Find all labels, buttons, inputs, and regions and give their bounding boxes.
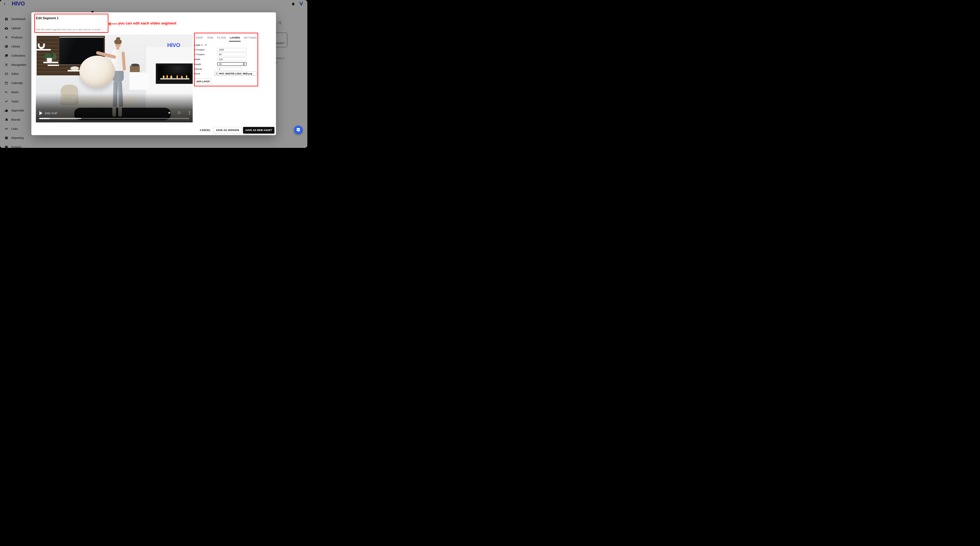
width-input[interactable] xyxy=(217,57,247,61)
scene-plant-pot xyxy=(47,58,52,62)
cancel-button[interactable]: CANCEL xyxy=(198,127,212,133)
scene-cabinet xyxy=(129,72,149,90)
chat-launcher-icon[interactable] xyxy=(294,125,302,134)
scene-pebbles xyxy=(160,78,189,79)
scene-wood-box xyxy=(130,66,140,72)
tab-crop[interactable]: CROP xyxy=(196,37,203,41)
tab-filter[interactable]: FILTER xyxy=(217,37,226,41)
save-as-version-button[interactable]: SAVE AS VERSION xyxy=(214,127,242,133)
video-watermark: HIVO xyxy=(167,42,180,49)
layer-name-label: Layer 1. xyxy=(194,44,203,46)
layer-close-icon[interactable]: ✕ xyxy=(205,43,207,46)
scene-person-hair-bun xyxy=(116,37,120,40)
x-position-input[interactable] xyxy=(217,48,247,51)
video-progress-bar[interactable] xyxy=(39,118,189,119)
tab-trim[interactable]: TRIM xyxy=(207,37,213,41)
field-label-opacity: Opacity xyxy=(194,68,202,70)
add-layer-button[interactable]: ADD LAYER xyxy=(194,78,212,84)
video-time: 0:02 / 0:37 xyxy=(45,112,57,115)
video-player[interactable]: HIVO 0:02 / 0:37 ⋮ xyxy=(36,35,192,122)
asset-chip[interactable]: V HIVO_MASTER LOGO_WEB.png xyxy=(215,72,257,76)
field-label-width: Width xyxy=(194,58,200,60)
opacity-input[interactable] xyxy=(217,67,242,71)
height-stepper[interactable] xyxy=(242,63,245,65)
tab-layers[interactable]: LAYERS xyxy=(230,37,240,41)
scene-firebox xyxy=(158,65,191,80)
asset-filename: HIVO_MASTER LOGO_WEB.png xyxy=(219,73,252,75)
scene-books xyxy=(140,68,145,72)
scene-shelf xyxy=(48,65,59,66)
editor-tabs: CROP TRIM FILTER LAYERS SETTINGS xyxy=(196,37,257,41)
play-button[interactable] xyxy=(40,111,42,115)
screenshot-stage: ‹ HIVO Dashboard Upload Products Library xyxy=(0,0,307,148)
modal-title: Edit Segment 1 xyxy=(36,16,59,20)
scene-coral xyxy=(70,67,79,70)
scene-exercise-ball xyxy=(80,56,115,87)
scene-sculpture xyxy=(131,63,139,67)
save-as-new-asset-button[interactable]: SAVE AS NEW ASSET xyxy=(243,127,274,133)
volume-icon[interactable] xyxy=(168,111,172,115)
scene-fireplace xyxy=(156,63,192,84)
scene-shelf xyxy=(36,49,51,51)
video-progress-played xyxy=(39,118,50,119)
tab-settings[interactable]: SETTINGS xyxy=(244,37,257,41)
hivo-asset-logo-icon: V xyxy=(215,72,218,75)
field-label-height: Height xyxy=(194,63,201,65)
fullscreen-icon[interactable] xyxy=(177,111,181,115)
y-position-input[interactable] xyxy=(217,53,247,56)
field-label-y-position: Y Position xyxy=(194,53,205,56)
modal-subtitle: Edit this video segment and save as a ne… xyxy=(36,28,101,31)
video-more-options-icon[interactable]: ⋮ xyxy=(188,111,191,115)
app-window: ‹ HIVO Dashboard Upload Products Library xyxy=(0,0,307,148)
scene-shelf xyxy=(43,62,58,63)
field-label-asset: Asset xyxy=(194,73,200,75)
field-label-x-position: X Position xyxy=(194,49,205,51)
